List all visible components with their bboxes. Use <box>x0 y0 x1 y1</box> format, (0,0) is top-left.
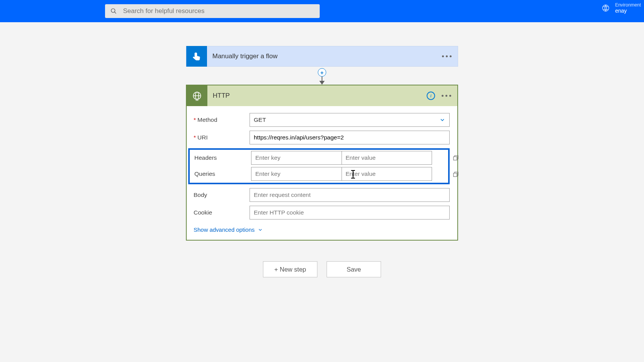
uri-field-wrapper <box>250 131 450 144</box>
top-bar: Environment enay <box>0 0 644 22</box>
cookie-label: Cookie <box>192 209 250 216</box>
body-label: Body <box>192 192 250 198</box>
queries-toggle-icon[interactable] <box>452 170 460 179</box>
queries-row: Queries <box>190 167 448 181</box>
search-input[interactable] <box>123 7 314 15</box>
chevron-down-icon <box>258 227 263 233</box>
show-advanced-toggle[interactable]: Show advanced options <box>192 223 450 234</box>
save-button[interactable]: Save <box>327 261 381 277</box>
uri-row: URI <box>192 131 450 144</box>
flow-connector: + <box>318 66 326 85</box>
env-name: enay <box>615 8 641 14</box>
queries-key-input[interactable] <box>255 170 338 177</box>
http-more-button[interactable] <box>442 95 451 97</box>
add-step-button[interactable]: + <box>318 68 326 77</box>
headers-label: Headers <box>193 154 251 161</box>
svg-point-2 <box>602 5 609 11</box>
http-header[interactable]: HTTP i <box>187 85 457 106</box>
method-row: Method GET <box>192 113 450 127</box>
info-icon[interactable]: i <box>427 92 435 100</box>
new-step-button[interactable]: + New step <box>263 261 317 277</box>
connector-arrow <box>319 81 325 85</box>
queries-value-input[interactable] <box>346 170 428 177</box>
env-label: Environment <box>615 2 641 8</box>
http-title: HTTP <box>207 92 230 100</box>
svg-point-0 <box>111 9 115 13</box>
advanced-label: Show advanced options <box>194 226 255 233</box>
search-icon <box>110 8 117 15</box>
method-select[interactable]: GET <box>250 113 450 127</box>
svg-rect-6 <box>453 173 457 177</box>
method-value: GET <box>254 116 266 123</box>
queries-label: Queries <box>193 170 251 177</box>
trigger-title: Manually trigger a flow <box>207 52 278 60</box>
headers-value-input[interactable] <box>346 154 428 161</box>
cookie-input[interactable] <box>254 209 445 216</box>
environment-icon <box>601 4 610 12</box>
http-form: Method GET URI Hea <box>187 106 457 240</box>
uri-input[interactable] <box>254 134 445 141</box>
http-action-card: HTTP i Method GET URI <box>186 85 458 241</box>
chevron-down-icon <box>439 117 445 123</box>
method-label: Method <box>192 116 250 123</box>
svg-line-1 <box>115 12 116 13</box>
trigger-more-button[interactable] <box>442 56 452 57</box>
svg-rect-5 <box>453 157 457 160</box>
footer-actions: + New step Save <box>263 261 381 277</box>
http-icon <box>187 85 207 106</box>
headers-toggle-icon[interactable] <box>452 154 460 162</box>
cookie-row: Cookie <box>192 206 450 219</box>
headers-key-input[interactable] <box>255 154 338 161</box>
body-input[interactable] <box>254 192 445 198</box>
body-row: Body <box>192 188 450 202</box>
flow-canvas: Manually trigger a flow + HTTP i Method … <box>0 22 644 362</box>
search-box[interactable] <box>105 4 320 18</box>
selection-highlight: Headers Queries <box>188 148 450 184</box>
uri-label: URI <box>192 134 250 141</box>
trigger-icon <box>186 46 207 67</box>
environment-indicator[interactable]: Environment enay <box>601 2 641 14</box>
headers-row: Headers <box>190 151 448 165</box>
trigger-card[interactable]: Manually trigger a flow <box>186 46 458 67</box>
